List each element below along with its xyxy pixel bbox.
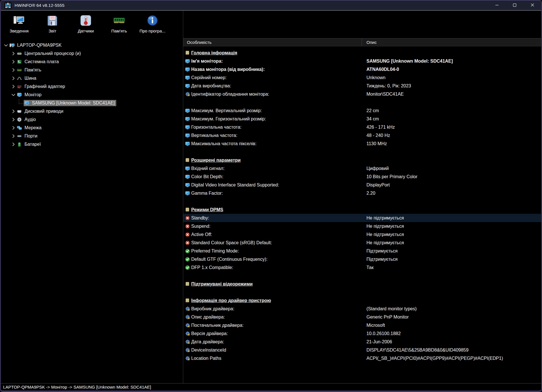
chevron-right-icon[interactable]	[11, 84, 16, 89]
column-header-feature[interactable]: Особливість	[183, 38, 362, 46]
list-item-row[interactable]: Максимальна частота пікселів:1130 MHz	[183, 139, 541, 148]
list-item-row[interactable]: DeviceInstanceIdDISPLAY\SDC41AE\5&25BA9B…	[183, 346, 541, 354]
tree-item-монітор[interactable]: Монітор	[1, 91, 183, 99]
list-item-row[interactable]: Назва монітора (від виробника):ATNA60DL0…	[183, 65, 541, 73]
list-section-row[interactable]: Головна інформація	[183, 49, 541, 57]
feature-label: Preferred Timing Mode:	[191, 249, 239, 254]
list-item-row[interactable]: Standby:Не підтримується	[183, 214, 541, 222]
monitor-icon	[185, 59, 190, 64]
monitor-icon	[185, 141, 190, 146]
column-header-description[interactable]: Опис	[362, 38, 541, 46]
chevron-right-icon[interactable]	[11, 125, 16, 130]
list-item-row[interactable]: Серійний номер:Unknown	[183, 73, 541, 82]
statusbar: LAPTOP-QPMA9PSK -> Монітор -> SAMSUNG [U…	[1, 383, 541, 391]
feature-label: Ім'я монітора:	[191, 59, 223, 64]
list-item-row[interactable]: Вертикальна частота:48 - 240 Hz	[183, 131, 541, 139]
monitor-icon	[185, 83, 190, 89]
list-item-row[interactable]: Active Off:Не підтримується	[183, 230, 541, 239]
tree-item-content: Шина	[16, 75, 38, 81]
motherboard-icon	[17, 59, 22, 64]
toolbar-button-report-floppy[interactable]: Звіт	[36, 12, 68, 40]
supported-icon	[185, 257, 190, 262]
list-item-row[interactable]: Виробник драйвера:(Standard monitor type…	[183, 305, 541, 313]
chevron-right-icon[interactable]	[11, 117, 16, 122]
list-item-row[interactable]: Опис драйвера:Generic PnP Monitor	[183, 313, 541, 321]
list-item-row[interactable]: Standard Colour Space (sRGB) Default:Не …	[183, 239, 541, 247]
minimize-icon	[495, 3, 499, 8]
list-item-row[interactable]: Location PathsACPI(_SB_)#ACPI(PCI0)#ACPI…	[183, 354, 541, 362]
chevron-down-icon[interactable]	[3, 43, 9, 48]
unsupported-icon	[185, 240, 190, 245]
tree-item-label: Шина	[23, 75, 38, 81]
tree-item-label: Центральний процесор (и)	[23, 50, 82, 57]
chevron-right-icon[interactable]	[11, 67, 16, 73]
description-value: DisplayPort	[362, 182, 390, 188]
description-value: Підтримується	[362, 249, 398, 254]
chevron-right-icon[interactable]	[11, 51, 16, 56]
chevron-right-icon[interactable]	[11, 76, 16, 81]
description-value: 1130 MHz	[362, 141, 387, 146]
tree-item-центральний-процесор-и-[interactable]: Центральний процесор (и)	[1, 49, 183, 58]
maximize-button[interactable]	[506, 0, 523, 10]
tree-item-дисковий-приводи[interactable]: Дисковий приводи	[1, 107, 183, 115]
tree-item-аудіо[interactable]: Аудіо	[1, 115, 183, 124]
toolbar-button-sensors-thermometer[interactable]: Датчики	[70, 12, 102, 40]
toolbar-button-computer-summary[interactable]: Зведення	[3, 12, 35, 40]
list-item-row[interactable]: Digital Video Interface Standard Support…	[183, 181, 541, 189]
titlebar: HWiNFO® 64 v8.12-5555	[1, 0, 541, 11]
list-item-row[interactable]: Ім'я монітора:SAMSUNG [Unknown Model: SD…	[183, 57, 541, 65]
supported-icon	[185, 265, 190, 270]
list-section-row[interactable]: Інформація про драйвер пристрою	[183, 296, 541, 305]
driver-gear-icon	[185, 348, 190, 352]
chevron-right-icon[interactable]	[11, 134, 16, 139]
list-item-row[interactable]: DFP 1.x Compatible:Так	[183, 263, 541, 272]
list-item-row[interactable]: Color Bit Depth:10 Bits per Primary Colo…	[183, 173, 541, 181]
tree-item-label: Монітор	[23, 92, 43, 98]
list-item-row[interactable]: Вхідний сигнал:Цифровий	[183, 164, 541, 173]
tree-item-laptop-qpma9psk[interactable]: LAPTOP-QPMA9PSK	[1, 41, 183, 49]
chevron-right-icon[interactable]	[11, 142, 16, 147]
list-item-row[interactable]: Горизонтальна частота:426 - 171 kHz	[183, 123, 541, 131]
tree-item-графічний-адаптер[interactable]: Графічний адаптер	[1, 82, 183, 91]
list-item-row[interactable]: Максимум. Вертикальний розмір:22 cm	[183, 106, 541, 115]
feature-label: Опис драйвера:	[191, 315, 225, 320]
chevron-down-icon[interactable]	[11, 92, 16, 97]
tree-item-пам-ять[interactable]: Пам'ять	[1, 66, 183, 74]
details-panel: Особливість Опис Головна інформаціяІм'я …	[183, 11, 541, 383]
tree-item-порти[interactable]: Порти	[1, 132, 183, 140]
bus-icon	[17, 76, 22, 81]
list-section-row[interactable]: Розширені параметри	[183, 156, 541, 164]
list-item-row[interactable]: Версія драйвера:10.0.26100.1882	[183, 329, 541, 338]
tree-item-системна-плата[interactable]: Системна плата	[1, 58, 183, 66]
list-item-row[interactable]: Максимум. Горизонтальний розмір:34 cm	[183, 115, 541, 123]
list-item-row[interactable]: Дата виробництва:Тиждень: 0, Рік: 2023	[183, 82, 541, 90]
minimize-button[interactable]	[488, 0, 506, 10]
list-item-row[interactable]: Дата драйвера:21-Jun-2006	[183, 338, 541, 346]
chevron-right-icon[interactable]	[11, 109, 16, 114]
battery-icon	[17, 142, 22, 147]
list-item-row[interactable]: Default GTF (Continuous Frequency):Підтр…	[183, 255, 541, 263]
tree-item-content: Батареї	[16, 141, 42, 147]
list-item-row[interactable]: Ідентифікатор обладнання монітора:Monito…	[183, 90, 541, 98]
chevron-right-icon[interactable]	[11, 59, 16, 64]
list-section-row[interactable]: Режими DPMS	[183, 206, 541, 214]
list-item-row[interactable]: Suspend:Не підтримується	[183, 222, 541, 230]
tree-item-мережа[interactable]: Мережа	[1, 124, 183, 132]
list-item-row[interactable]: Preferred Timing Mode:Підтримується	[183, 247, 541, 255]
tree-item-батареї[interactable]: Батареї	[1, 140, 183, 148]
list-section-row[interactable]: Підтримувані відеорежими	[183, 280, 541, 288]
supported-icon	[185, 249, 190, 254]
tree-selection: SAMSUNG [Unknown Model: SDC41AE]	[24, 100, 116, 106]
list-item-row[interactable]: Постачальник драйвера:Microsoft	[183, 321, 541, 329]
list-item-row[interactable]: Gamma Factor:2.20	[183, 189, 541, 197]
toolbar-button-memory-ram[interactable]: Пам'ять	[103, 12, 135, 40]
toolbar-button-about-info[interactable]: Про програ...	[136, 12, 168, 40]
toolbar-button-label: Датчики	[78, 28, 94, 33]
description-value: 21-Jun-2006	[362, 339, 392, 344]
close-button[interactable]	[523, 0, 541, 10]
tree-item-samsung-unknown-model-sdc41ae-[interactable]: SAMSUNG [Unknown Model: SDC41AE]	[1, 99, 183, 107]
tree-item-content: Графічний адаптер	[16, 83, 67, 90]
driver-gear-icon	[185, 356, 190, 361]
list-column-headers: Особливість Опис	[183, 38, 541, 46]
tree-item-шина[interactable]: Шина	[1, 74, 183, 82]
